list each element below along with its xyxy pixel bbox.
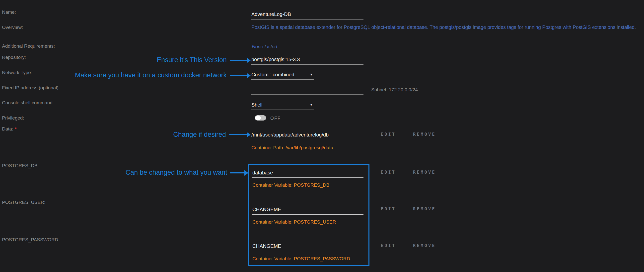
annotation-arrow-repository (230, 60, 248, 61)
network-type-underline (251, 79, 314, 80)
field-label-additional-requirements: Additional Requirements: (2, 43, 55, 49)
annotation-arrowhead-postgres-db (244, 170, 248, 176)
annotation-custom-network: Make sure you have it on a custom docker… (75, 71, 227, 79)
postgres-user-container-variable: Container Variable: POSTGRES_USER (252, 219, 336, 225)
postgres-password-edit-button[interactable]: EDIT (381, 243, 396, 248)
privileged-toggle-knob (255, 115, 261, 120)
required-asterisk: * (15, 126, 16, 131)
field-label-fixed-ip: Fixed IP address (optional): (2, 85, 60, 91)
field-label-name: Name: (2, 10, 16, 15)
annotation-can-be-changed: Can be changed to what you want (126, 169, 227, 176)
postgres-db-remove-button[interactable]: REMOVE (413, 170, 436, 175)
postgres-user-input[interactable]: CHANGEME (252, 207, 281, 212)
name-input[interactable]: AdventureLog-DB (251, 12, 291, 17)
postgres-user-edit-button[interactable]: EDIT (381, 206, 396, 211)
privileged-toggle-state: OFF (270, 116, 281, 121)
field-label-network-type: Network Type: (2, 70, 32, 75)
caret-down-icon[interactable]: ▼ (310, 73, 313, 76)
postgres-password-underline (252, 251, 364, 251)
annotation-arrowhead-data (247, 132, 250, 138)
shell-command-underline (251, 109, 314, 110)
fixed-ip-input-underline[interactable] (251, 94, 364, 95)
data-edit-button[interactable]: EDIT (381, 132, 396, 137)
field-label-postgres-user: POSTGRES_USER: (2, 200, 45, 205)
name-input-underline (251, 19, 364, 20)
postgres-db-input[interactable]: database (252, 170, 273, 176)
network-type-select[interactable]: Custom : combined (251, 72, 294, 78)
data-container-path: Container Path: /var/lib/postgresql/data (251, 145, 333, 151)
postgres-password-container-variable: Container Variable: POSTGRES_PASSWORD (252, 256, 350, 261)
repository-input[interactable]: postgis/postgis:15-3.3 (251, 57, 300, 62)
field-label-console-shell-command: Console shell command: (2, 100, 54, 105)
annotation-arrow-network (230, 75, 248, 76)
repository-input-underline (251, 64, 364, 65)
shell-command-select[interactable]: Shell (251, 102, 262, 108)
annotation-arrow-postgres-db (230, 172, 246, 173)
postgres-password-input[interactable]: CHANGEME (252, 243, 281, 249)
docker-container-settings-page: Name: Overview: Additional Requirements:… (0, 0, 644, 272)
data-path-input[interactable]: /mnt/user/appdata/adventurelog/db (251, 132, 328, 138)
postgres-db-underline (252, 177, 364, 178)
overview-text: PostGIS is a spatial database extender f… (251, 25, 636, 30)
privileged-toggle[interactable] (255, 115, 266, 120)
data-path-underline (251, 140, 364, 140)
postgres-db-container-variable: Container Variable: POSTGRES_DB (252, 182, 329, 188)
field-label-overview: Overview: (2, 25, 23, 30)
caret-down-icon[interactable]: ▼ (310, 103, 313, 106)
postgres-db-edit-button[interactable]: EDIT (381, 170, 396, 175)
annotation-arrow-data (229, 134, 248, 135)
field-label-data: Data:* (2, 126, 17, 132)
field-label-postgres-db: POSTGRES_DB: (2, 163, 39, 169)
postgres-user-underline (252, 214, 364, 215)
subnet-info: Subnet: 172.20.0.0/24 (371, 87, 418, 93)
postgres-password-remove-button[interactable]: REMOVE (413, 243, 436, 248)
annotation-arrowhead-network (247, 73, 250, 78)
data-remove-button[interactable]: REMOVE (413, 132, 436, 137)
annotation-arrowhead-repository (247, 58, 250, 63)
field-label-repository: Repository: (2, 55, 26, 60)
postgres-user-remove-button[interactable]: REMOVE (413, 206, 436, 211)
field-label-privileged: Privileged: (2, 115, 24, 121)
annotation-ensure-version: Ensure it's This Version (157, 56, 227, 64)
field-label-postgres-password: POSTGRES_PASSWORD: (2, 237, 60, 242)
additional-requirements-value: None Listed (252, 44, 277, 49)
annotation-change-if-desired: Change if desired (173, 131, 226, 139)
